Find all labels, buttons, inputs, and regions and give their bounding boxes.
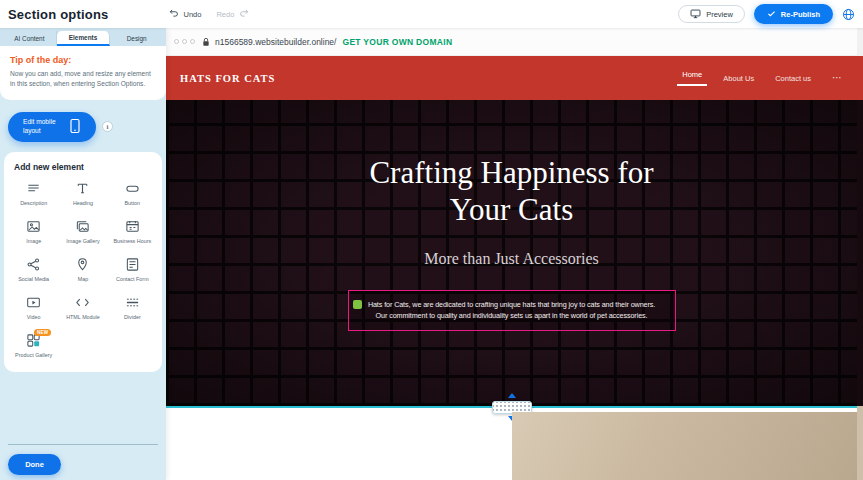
tab-design[interactable]: Design (110, 31, 163, 46)
get-domain-link[interactable]: GET YOUR OWN DOMAIN (342, 37, 452, 47)
language-globe-icon[interactable] (842, 8, 855, 21)
app-window: Section options Undo Redo Preview (0, 0, 863, 480)
tab-ai-content[interactable]: AI Content (3, 31, 57, 46)
hero-paragraph-text: Hats for Cats, we are dedicated to craft… (368, 300, 655, 320)
traffic-dots (174, 39, 195, 44)
tip-title: Tip of the day: (10, 55, 156, 65)
preview-button[interactable]: Preview (678, 5, 745, 23)
resize-arrow-up-icon (508, 393, 516, 398)
heading-icon (75, 181, 90, 197)
sidebar-divider (8, 444, 158, 445)
page-title: Section options (8, 7, 109, 22)
info-icon[interactable]: i (102, 121, 113, 132)
site-url: n1566589.websitebuilder.online/ (215, 37, 336, 47)
video-icon (26, 295, 41, 311)
business-hours-icon (125, 219, 140, 235)
edge-hero-segment (857, 100, 863, 406)
add-element-description[interactable]: Description (9, 181, 58, 207)
add-element-contact-form[interactable]: Contact Form (108, 257, 157, 283)
add-element-panel: Add new element Description Heading Butt… (4, 152, 162, 372)
site-nav: Home About Us Contact us ⋯ (682, 70, 843, 86)
undo-button[interactable]: Undo (184, 10, 202, 19)
social-media-icon (26, 257, 41, 273)
lock-icon (202, 33, 210, 51)
tab-elements[interactable]: Elements (57, 31, 111, 46)
hero-subtitle[interactable]: More than Just Accessories (166, 250, 857, 268)
add-element-image[interactable]: Image (9, 219, 58, 245)
add-element-video[interactable]: Video (9, 295, 58, 321)
editor-canvas: n1566589.websitebuilder.online/ GET YOUR… (166, 28, 857, 480)
edit-mobile-layout-button[interactable]: Edit mobile layout (8, 112, 96, 142)
add-element-social-media[interactable]: Social Media (9, 257, 58, 283)
contact-form-icon (125, 257, 140, 273)
element-marker-icon (353, 300, 362, 309)
add-element-map[interactable]: Map (58, 257, 107, 283)
nav-item-contact-us[interactable]: Contact us (775, 74, 811, 83)
hero-title-line1: Crafting Happiness for (166, 154, 857, 191)
description-icon (26, 181, 41, 197)
hero-section: Crafting Happiness for Your Cats More th… (166, 100, 857, 406)
add-element-product-gallery[interactable]: NEW Product Gallery (9, 333, 58, 359)
redo-icon[interactable] (239, 8, 249, 20)
html-module-icon (75, 295, 90, 311)
map-icon (75, 257, 90, 273)
phone-icon (69, 118, 81, 135)
preview-button-label: Preview (706, 10, 733, 19)
add-element-heading[interactable]: Heading (58, 181, 107, 207)
nav-more-icon[interactable]: ⋯ (832, 73, 843, 83)
add-element-button[interactable]: Button (108, 181, 157, 207)
sidebar: AI Content Elements Design Tip of the da… (0, 28, 166, 480)
sidebar-tabs: AI Content Elements Design (0, 28, 166, 46)
topbar-actions: Preview Re-Publish (678, 4, 855, 24)
add-element-divider[interactable]: Divider (108, 295, 157, 321)
sidebar-bottom: Done (8, 444, 158, 475)
tip-body: Now you can add, move and resize any ele… (10, 69, 156, 89)
site-preview: HATS FOR CATS Home About Us Contact us ⋯… (166, 56, 857, 480)
monitor-icon (690, 8, 701, 21)
edge-header-segment (857, 56, 863, 100)
redo-button[interactable]: Redo (216, 10, 234, 19)
divider-icon (125, 295, 140, 311)
add-element-grid: Description Heading Button Image Image G… (9, 181, 157, 359)
nav-item-about-us[interactable]: About Us (723, 74, 754, 83)
preview-edge-strip (857, 28, 863, 480)
undo-icon[interactable] (169, 8, 179, 20)
republish-button[interactable]: Re-Publish (754, 4, 833, 24)
add-element-title: Add new element (14, 162, 157, 172)
hero-paragraph-selected[interactable]: Hats for Cats, we are dedicated to craft… (348, 290, 676, 331)
add-element-image-gallery[interactable]: Image Gallery (58, 219, 107, 245)
new-badge: NEW (34, 329, 51, 336)
site-header: HATS FOR CATS Home About Us Contact us ⋯ (166, 56, 857, 100)
republish-button-label: Re-Publish (781, 10, 820, 19)
add-element-html-module[interactable]: HTML Module (58, 295, 107, 321)
traffic-dot (174, 39, 179, 44)
add-element-business-hours[interactable]: Business Hours (108, 219, 157, 245)
site-logo[interactable]: HATS FOR CATS (180, 73, 275, 84)
edit-mobile-label: Edit mobile layout (23, 118, 63, 135)
hero-title[interactable]: Crafting Happiness for Your Cats (166, 100, 857, 228)
image-icon (26, 219, 41, 235)
next-section-image (512, 412, 857, 480)
edit-mobile-row: Edit mobile layout i (0, 100, 166, 150)
image-gallery-icon (75, 219, 90, 235)
history-controls: Undo Redo (169, 8, 250, 20)
browser-address-bar: n1566589.websitebuilder.online/ GET YOUR… (166, 28, 857, 56)
top-bar: Section options Undo Redo Preview (0, 0, 863, 28)
hero-title-line2: Your Cats (166, 191, 857, 228)
check-icon (767, 9, 776, 20)
nav-item-home[interactable]: Home (682, 70, 702, 86)
traffic-dot (190, 39, 195, 44)
done-button[interactable]: Done (8, 454, 61, 475)
edge-next-segment (857, 406, 863, 480)
button-icon (125, 181, 140, 197)
edge-browser-segment (857, 28, 863, 56)
traffic-dot (182, 39, 187, 44)
tip-of-the-day: Tip of the day: Now you can add, move an… (0, 46, 166, 100)
